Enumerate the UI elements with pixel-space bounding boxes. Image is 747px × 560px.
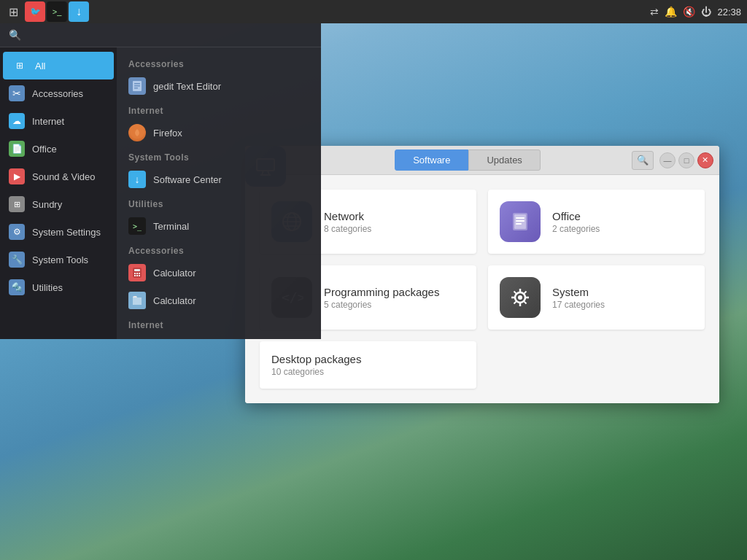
terminal-icon: >_	[128, 217, 146, 235]
clock: 22:38	[717, 7, 741, 18]
category-card-system[interactable]: System 17 categories	[488, 265, 705, 330]
calculator-label: Calculator	[153, 268, 196, 279]
search-icon: 🔍	[9, 29, 21, 41]
system-settings-icon: ⚙	[9, 224, 25, 240]
list-item-files[interactable]: Calculator	[117, 287, 321, 314]
taskbar: ⊞ 🐦 >_ ↓ ⇄ 🔔 🔇 ⏻ 22:38	[0, 0, 747, 23]
svg-rect-12	[139, 275, 140, 276]
programming-category-name: Programming packages	[324, 286, 439, 298]
svg-rect-20	[516, 217, 525, 219]
app-menu: 🔍 ⊞ All ✂ Accessories ☁ Internet 📄 Offic…	[0, 23, 321, 339]
sidebar-label-internet: Internet	[32, 116, 64, 127]
sidebar-label-sundry: Sundry	[32, 199, 62, 210]
section-header-internet-1: Internet	[117, 100, 321, 119]
system-category-text: System 17 categories	[552, 286, 605, 310]
svg-line-31	[525, 302, 527, 304]
sound-video-icon: ▶	[9, 168, 25, 184]
list-item-gedit[interactable]: gedit Text Editor	[117, 72, 321, 100]
list-item-firefox[interactable]: Firefox	[117, 119, 321, 147]
office-category-count: 2 categories	[552, 224, 600, 234]
svg-rect-2	[134, 85, 140, 87]
sidebar-item-office[interactable]: 📄 Office	[0, 135, 117, 163]
svg-rect-21	[516, 220, 525, 222]
sw-minimize-button[interactable]: —	[659, 152, 676, 168]
office-category-icon	[500, 201, 541, 242]
network-category-name: Network	[324, 210, 371, 222]
svg-rect-22	[516, 223, 522, 225]
sundry-icon: ⊞	[9, 196, 25, 212]
sidebar-label-office: Office	[32, 144, 57, 155]
all-icon: ⊞	[12, 58, 28, 74]
firefox-label: Firefox	[153, 128, 182, 139]
terminal-label: Terminal	[153, 221, 189, 232]
tab-updates[interactable]: Updates	[468, 149, 540, 171]
sidebar-label-system-tools: System Tools	[32, 254, 88, 265]
system-category-count: 17 categories	[552, 300, 605, 310]
sw-tabs: Software Updates	[395, 149, 541, 171]
sidebar-label-accessories: Accessories	[32, 88, 83, 99]
list-item-calculator[interactable]: Calculator	[117, 259, 321, 287]
svg-rect-11	[136, 275, 138, 276]
category-card-desktop[interactable]: Desktop packages 10 categories	[260, 341, 476, 389]
sidebar-item-sundry[interactable]: ⊞ Sundry	[0, 190, 117, 218]
files-label: Calculator	[153, 295, 196, 306]
files-icon	[128, 292, 146, 309]
sw-close-button[interactable]: ✕	[697, 152, 713, 168]
desktop-category-text: Desktop packages 10 categories	[271, 353, 361, 377]
system-category-icon	[500, 277, 541, 318]
sidebar-item-utilities[interactable]: 🔩 Utilities	[0, 273, 117, 301]
section-header-accessories-1: Accessories	[117, 53, 321, 72]
office-category-name: Office	[552, 210, 600, 222]
power-icon: ⏻	[701, 6, 711, 18]
taskbar-left: ⊞ 🐦 >_ ↓	[0, 1, 92, 22]
sidebar-item-internet[interactable]: ☁ Internet	[0, 107, 117, 135]
apps-grid-icon[interactable]: ⊞	[3, 1, 23, 22]
sidebar-item-system-settings[interactable]: ⚙ System Settings	[0, 218, 117, 246]
download-taskbar-icon[interactable]: ↓	[69, 1, 89, 22]
sidebar-label-all: All	[35, 61, 45, 71]
svg-rect-3	[134, 88, 138, 89]
app-list: Accessories gedit Text Editor Internet F…	[117, 47, 321, 339]
section-header-system-tools: System Tools	[117, 147, 321, 166]
menu-body: ⊞ All ✂ Accessories ☁ Internet 📄 Office …	[0, 47, 321, 339]
sidebar-item-accessories[interactable]: ✂ Accessories	[0, 79, 117, 107]
sw-window-buttons: — □ ✕	[659, 152, 713, 168]
section-header-utilities: Utilities	[117, 193, 321, 212]
category-card-office[interactable]: Office 2 categories	[488, 190, 705, 254]
search-input[interactable]	[26, 29, 312, 41]
volume-icon: 🔇	[683, 6, 695, 18]
svg-rect-8	[136, 273, 138, 274]
sidebar-item-all[interactable]: ⊞ All	[3, 52, 114, 79]
sw-search-button[interactable]: 🔍	[632, 151, 654, 170]
notification-icon: 🔔	[665, 6, 677, 18]
sw-maximize-button[interactable]: □	[678, 152, 694, 168]
svg-rect-9	[139, 273, 140, 274]
sidebar-label-utilities: Utilities	[32, 282, 63, 293]
sidebar: ⊞ All ✂ Accessories ☁ Internet 📄 Office …	[0, 47, 117, 339]
terminal-taskbar-icon[interactable]: >_	[47, 1, 67, 22]
utilities-icon: 🔩	[9, 279, 25, 295]
svg-point-25	[518, 295, 522, 300]
list-item-terminal[interactable]: >_ Terminal	[117, 212, 321, 240]
accessories-icon: ✂	[9, 85, 25, 101]
search-bar: 🔍	[0, 23, 321, 47]
desktop-category-name: Desktop packages	[271, 353, 361, 365]
sidebar-item-sound-video[interactable]: ▶ Sound & Video	[0, 163, 117, 190]
network-category-count: 8 categories	[324, 224, 371, 234]
svg-rect-7	[134, 273, 136, 274]
office-category-text: Office 2 categories	[552, 210, 600, 234]
software-center-icon: ↓	[128, 171, 146, 188]
svg-rect-6	[134, 269, 140, 271]
software-center-label: Software Center	[153, 174, 222, 185]
gedit-icon	[128, 77, 146, 95]
sidebar-item-system-tools[interactable]: 🔧 System Tools	[0, 246, 117, 273]
budgie-icon[interactable]: 🐦	[25, 1, 45, 22]
tab-software[interactable]: Software	[395, 149, 468, 171]
calculator-icon	[128, 264, 146, 281]
system-tools-icon: 🔧	[9, 252, 25, 268]
list-item-software-center[interactable]: ↓ Software Center	[117, 166, 321, 193]
taskbar-right: ⇄ 🔔 🔇 ⏻ 22:38	[644, 6, 747, 18]
sidebar-label-sound-video: Sound & Video	[32, 171, 96, 182]
svg-rect-1	[134, 83, 140, 85]
system-category-name: System	[552, 286, 605, 298]
